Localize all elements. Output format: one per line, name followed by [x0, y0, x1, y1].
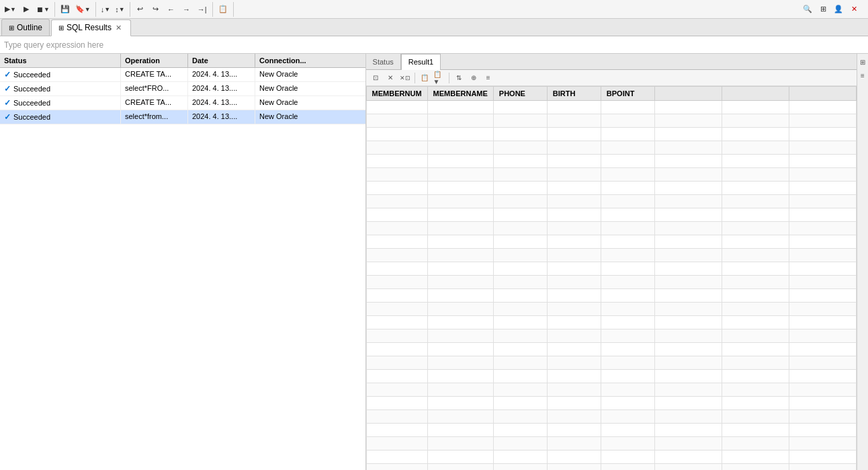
table-cell [722, 451, 789, 464]
table-row[interactable] [366, 101, 856, 114]
table-cell [427, 276, 493, 289]
tab-sql-results-close[interactable]: ✕ [114, 23, 124, 32]
col-extra-3 [789, 87, 856, 101]
table-row[interactable] [366, 208, 856, 222]
table-row[interactable] [366, 222, 856, 235]
sidebar-icon-1[interactable]: ⊞ [857, 56, 868, 67]
table-cell [789, 424, 856, 437]
sidebar-icon-2[interactable]: ≡ [857, 70, 868, 81]
row1-operation: CREATE TA... [121, 68, 188, 81]
table-row[interactable] [366, 262, 856, 276]
result-close-all-btn[interactable]: ✕⊡ [398, 71, 412, 85]
table-row[interactable] [366, 370, 856, 383]
table-row[interactable] [366, 182, 856, 195]
table-cell [789, 289, 856, 303]
result-close-btn[interactable]: ✕ [384, 71, 397, 85]
table-cell [654, 128, 722, 141]
table-row[interactable] [366, 155, 856, 168]
grid-btn[interactable]: ⊞ [816, 2, 830, 17]
table-row[interactable] [366, 114, 856, 128]
table-cell [493, 370, 547, 383]
back-btn[interactable]: ← [164, 2, 179, 17]
result-add-btn[interactable]: ⊕ [467, 71, 480, 85]
result-stop-btn[interactable]: ⊡ [369, 71, 382, 85]
table-row[interactable] [366, 235, 856, 249]
result-sort-btn[interactable]: ⇅ [452, 71, 466, 85]
stop-dropdown-btn[interactable]: ⏹▼ [34, 2, 52, 17]
table-cell [427, 451, 493, 464]
table-row[interactable] [366, 451, 856, 464]
undo-btn[interactable]: ↩ [133, 2, 148, 17]
run-btn[interactable]: ▶ [19, 2, 34, 17]
table-cell [493, 451, 547, 464]
table-row[interactable] [366, 437, 856, 451]
table-cell [427, 356, 493, 370]
tab-outline-label: Outline [17, 23, 42, 32]
table-row[interactable] [366, 195, 856, 208]
table-cell [789, 195, 856, 208]
table-row[interactable] [366, 464, 856, 471]
table-cell [493, 343, 547, 356]
table-row[interactable] [366, 383, 856, 397]
table-row[interactable] [366, 128, 856, 141]
table-cell [722, 329, 789, 343]
table-cell [789, 155, 856, 168]
history-row-2[interactable]: ✓ Succeeded select*FRO... 2024. 4. 13...… [0, 82, 365, 96]
tab-sql-results[interactable]: ⊞ SQL Results ✕ [51, 19, 131, 36]
col-bpoint: BPOINT [601, 87, 654, 101]
save-btn[interactable]: 💾 [58, 2, 73, 17]
table-row[interactable] [366, 343, 856, 356]
bookmark-dropdown-btn[interactable]: 🔖▼ [73, 2, 93, 17]
history-row-1[interactable]: ✓ Succeeded CREATE TA... 2024. 4. 13....… [0, 68, 365, 82]
table-cell [493, 101, 547, 114]
history-row-3[interactable]: ✓ Succeeded CREATE TA... 2024. 4. 13....… [0, 96, 365, 110]
table-cell [722, 437, 789, 451]
table-cell [601, 303, 654, 316]
table-row[interactable] [366, 424, 856, 437]
table-cell [547, 451, 601, 464]
table-cell [601, 101, 654, 114]
open-btn[interactable]: 📋 [216, 2, 230, 17]
table-row[interactable] [366, 168, 856, 182]
table-row[interactable] [366, 249, 856, 262]
search-btn[interactable]: 🔍 [800, 2, 815, 17]
table-cell [601, 437, 654, 451]
row1-status: ✓ Succeeded [0, 68, 121, 81]
result-menu-btn[interactable]: ≡ [482, 71, 495, 85]
table-row[interactable] [366, 329, 856, 343]
table-cell [547, 114, 601, 128]
table-row[interactable] [366, 356, 856, 370]
table-row[interactable] [366, 141, 856, 155]
table-cell [493, 222, 547, 235]
redo-btn[interactable]: ↪ [148, 2, 163, 17]
table-cell [493, 383, 547, 397]
table-cell [654, 289, 722, 303]
table-cell [366, 316, 427, 329]
table-cell [493, 397, 547, 410]
table-row[interactable] [366, 303, 856, 316]
table-cell [366, 383, 427, 397]
jump-btn[interactable]: →| [195, 2, 210, 17]
table-cell [547, 397, 601, 410]
table-row[interactable] [366, 316, 856, 329]
close-app-btn[interactable]: ✕ [847, 2, 861, 17]
result-copy-btn[interactable]: 📋 [418, 71, 431, 85]
down-dropdown-btn[interactable]: ↓▼ [99, 2, 112, 17]
updown-dropdown-btn[interactable]: ↕▼ [113, 2, 126, 17]
history-row-4[interactable]: ✓ Succeeded select*from... 2024. 4. 13..… [0, 110, 365, 124]
table-cell [547, 424, 601, 437]
table-cell [789, 262, 856, 276]
history-header: Status Operation Date Connection... [0, 54, 365, 68]
tab-outline[interactable]: ⊞ Outline [1, 19, 50, 36]
user-btn[interactable]: 👤 [831, 2, 846, 17]
table-row[interactable] [366, 276, 856, 289]
query-input-bar[interactable]: Type query expression here [0, 36, 868, 54]
result-copy-dropdown-btn[interactable]: 📋▼ [433, 71, 446, 85]
table-row[interactable] [366, 397, 856, 410]
result-tab-1[interactable]: Result1 [401, 54, 441, 71]
table-row[interactable] [366, 410, 856, 424]
table-row[interactable] [366, 289, 856, 303]
table-cell [547, 370, 601, 383]
forward-btn[interactable]: → [179, 2, 194, 17]
run-dropdown-btn[interactable]: ▶ ▼ [3, 2, 18, 17]
